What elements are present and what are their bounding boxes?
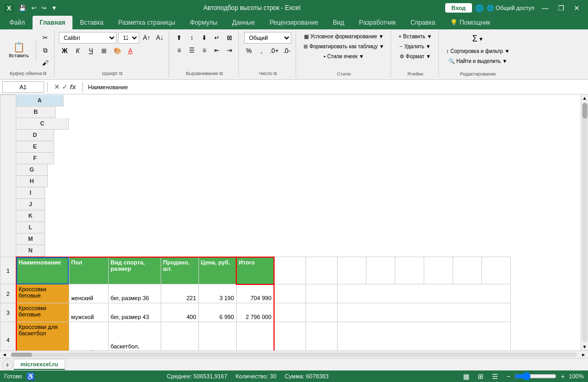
cell-f3[interactable]: 2 796 000 (236, 303, 274, 322)
copy-button[interactable]: ⧉ (39, 45, 51, 56)
cell-g1[interactable] (274, 257, 306, 284)
cell-b3[interactable]: мужской (69, 303, 108, 322)
tab-data[interactable]: Данные (225, 16, 262, 29)
cell-i4[interactable] (337, 322, 510, 351)
find-select-button[interactable]: 🔍 Найти и выделить ▼ (445, 57, 510, 66)
tab-page-layout[interactable]: Разметка страницы (111, 16, 183, 29)
cell-a3[interactable]: Кроссовки беговые (16, 303, 69, 322)
confirm-icon[interactable]: ✓ (62, 83, 68, 91)
page-layout-view-btn[interactable]: ⊞ (476, 372, 486, 381)
align-middle-button[interactable]: ↕ (186, 32, 197, 44)
formula-input[interactable] (86, 83, 586, 91)
row-header-4[interactable]: 4 (1, 322, 16, 351)
col-header-h[interactable]: H (16, 176, 48, 187)
italic-button[interactable]: К (72, 45, 83, 57)
cell-b1[interactable]: Пол (69, 257, 108, 284)
number-format-select[interactable]: Общий (244, 32, 291, 44)
restore-button[interactable]: ❐ (554, 3, 569, 13)
col-header-j[interactable]: J (16, 199, 45, 210)
cell-n1[interactable] (481, 257, 510, 284)
cell-g3[interactable] (274, 303, 306, 322)
h-scroll-track[interactable] (11, 353, 577, 357)
cell-d3[interactable]: 400 (161, 303, 198, 322)
page-break-view-btn[interactable]: ☰ (490, 372, 500, 381)
scroll-down-arrow[interactable]: ▼ (581, 343, 588, 351)
format-cells-button[interactable]: ⚙ Формат ▼ (396, 52, 434, 61)
col-header-e[interactable]: E (16, 141, 54, 153)
cell-a2[interactable]: Кроссовки беговые (16, 284, 69, 303)
row-header-2[interactable]: 2 (1, 284, 16, 303)
cell-e2[interactable]: 3 190 (198, 284, 236, 303)
col-header-a[interactable]: A (16, 95, 64, 107)
undo-icon[interactable]: ↩ (30, 4, 38, 13)
row-header-3[interactable]: 3 (1, 303, 16, 322)
cell-c4[interactable]: баскетбол, размер 37 (108, 322, 161, 351)
normal-view-btn[interactable]: ▦ (461, 372, 471, 381)
tab-developer[interactable]: Разработчик (352, 16, 403, 29)
col-header-m[interactable]: M (16, 234, 45, 245)
decrease-indent-btn[interactable]: ⇤ (211, 45, 223, 56)
cell-f4[interactable]: 587 020 (236, 322, 274, 351)
decrease-font-btn[interactable]: A↓ (154, 32, 165, 44)
zoom-slider[interactable] (514, 372, 556, 380)
cell-k1[interactable] (395, 257, 424, 284)
cell-f1[interactable]: Итого (236, 257, 274, 284)
cell-h4[interactable] (306, 322, 337, 351)
cell-c1[interactable]: Вид спорта, размер (108, 257, 161, 284)
v-scroll-track[interactable] (582, 103, 587, 342)
customize-icon[interactable]: ▼ (50, 4, 59, 12)
align-bottom-button[interactable]: ⬇ (198, 32, 210, 44)
align-top-button[interactable]: ⬆ (173, 32, 185, 44)
decrease-decimal-btn[interactable]: .0- (281, 45, 292, 57)
save-icon[interactable]: 💾 (17, 4, 28, 13)
add-sheet-button[interactable]: + (2, 359, 13, 370)
horizontal-scrollbar[interactable]: ◄ ► (0, 351, 588, 358)
increase-indent-btn[interactable]: ⇥ (224, 45, 235, 56)
insert-cells-button[interactable]: + Вставить ▼ (395, 32, 435, 41)
tab-assistant[interactable]: 💡 Помощник (443, 16, 498, 29)
scroll-left-arrow[interactable]: ◄ (0, 351, 9, 358)
share-label[interactable]: 🌐 Общий доступ (487, 5, 534, 12)
fill-color-button[interactable]: 🎨 (111, 45, 123, 57)
percent-btn[interactable]: % (243, 45, 255, 57)
cell-e1[interactable]: Цена, руб. (198, 257, 236, 284)
font-color-button[interactable]: A (124, 45, 136, 57)
h-scroll-thumb[interactable] (11, 353, 32, 357)
tab-review[interactable]: Рецензирование (262, 16, 326, 29)
format-painter-button[interactable]: 🖌 (39, 57, 51, 69)
minimize-button[interactable]: — (538, 3, 553, 13)
zoom-in-btn[interactable]: + (559, 372, 567, 381)
paste-button[interactable]: 📋 Вставить (5, 40, 33, 61)
col-header-k[interactable]: K (16, 210, 45, 222)
cell-c2[interactable]: бег, размер 36 (108, 284, 161, 303)
cell-j1[interactable] (366, 257, 395, 284)
font-name-select[interactable]: Calibri (59, 32, 117, 44)
format-as-table-button[interactable]: ⊞ Форматировать как таблицу ▼ (300, 42, 387, 51)
cell-h3[interactable] (306, 303, 337, 322)
increase-decimal-btn[interactable]: .0+ (268, 45, 280, 57)
col-header-l[interactable]: L (16, 222, 45, 234)
tab-view[interactable]: Вид (326, 16, 352, 29)
cell-m1[interactable] (453, 257, 481, 284)
zoom-out-btn[interactable]: − (505, 372, 513, 381)
cell-f2[interactable]: 704 990 (236, 284, 274, 303)
cell-styles-button[interactable]: ▪ Стили ячеек ▼ (321, 52, 368, 61)
cell-g4[interactable] (274, 322, 306, 351)
cell-g2[interactable] (274, 284, 306, 303)
increase-font-btn[interactable]: A↑ (141, 32, 152, 44)
login-button[interactable]: Вход (445, 3, 472, 13)
align-center-button[interactable]: ☰ (186, 45, 197, 56)
bold-button[interactable]: Ж (59, 45, 70, 57)
merge-button[interactable]: ⊠ (224, 32, 235, 44)
underline-button[interactable]: Ч (85, 45, 97, 57)
col-header-f[interactable]: F (16, 153, 54, 164)
cut-button[interactable]: ✂ (39, 32, 51, 44)
sort-filter-button[interactable]: ↕ Сортировка и фильтр ▼ (443, 47, 513, 56)
vertical-scrollbar[interactable]: ▲ ▼ (581, 94, 588, 351)
cell-b4[interactable]: женский (69, 322, 108, 351)
conditional-formatting-button[interactable]: ▦ Условное форматирование ▼ (301, 32, 387, 41)
row-header-1[interactable]: 1 (1, 257, 16, 284)
cell-reference-input[interactable] (2, 81, 44, 93)
col-header-c[interactable]: C (16, 118, 69, 130)
tab-insert[interactable]: Вставка (72, 16, 111, 29)
